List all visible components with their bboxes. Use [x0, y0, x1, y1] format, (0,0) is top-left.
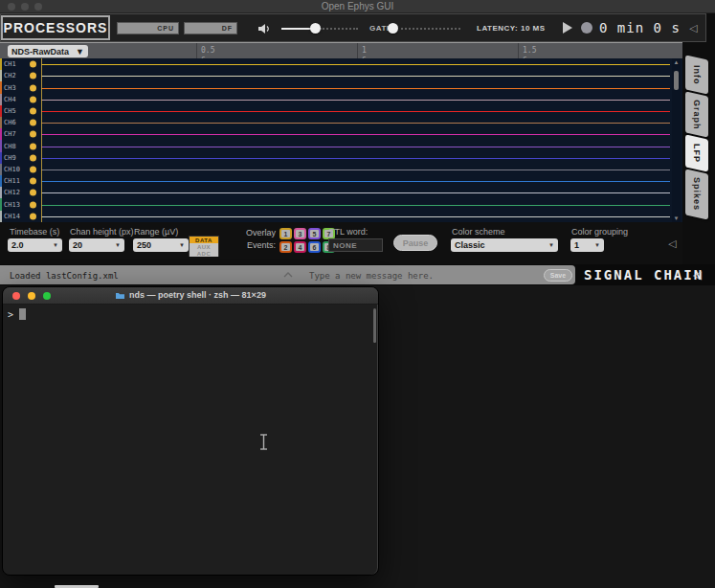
chan-height-value: 20	[73, 240, 82, 250]
playhead-line	[41, 58, 42, 222]
channel-color-strip	[0, 198, 2, 210]
gate-slider-knob[interactable]	[388, 23, 398, 34]
terminal-body[interactable]: >	[3, 305, 378, 575]
channel-scrollbar[interactable]: ▲ ▼	[672, 58, 681, 222]
disk-meter: DF	[184, 22, 237, 34]
channel-trace	[41, 76, 670, 77]
channel-enable-dot[interactable]	[30, 166, 36, 172]
chan-height-select[interactable]: 20 ▼	[69, 238, 124, 252]
channel-trace	[41, 123, 670, 124]
stream-type-buttons: DATAAUXADC	[189, 236, 219, 257]
record-button[interactable]	[581, 22, 592, 34]
play-button[interactable]	[563, 22, 572, 34]
channel-row: CH14	[0, 211, 682, 222]
tab-info[interactable]: Info	[685, 55, 708, 94]
overlay-label: Overlay	[228, 228, 276, 237]
timeline-tick: 0.5 s	[196, 43, 197, 59]
channel-color-strip	[0, 140, 2, 151]
range-value: 250	[137, 240, 151, 250]
chevron-down-icon: ▼	[594, 242, 600, 248]
channel-enable-dot[interactable]	[30, 73, 36, 79]
channel-row: CH11	[0, 175, 682, 187]
channel-enable-dot[interactable]	[30, 154, 36, 161]
collapse-options-icon[interactable]: ◁	[668, 237, 676, 250]
lfp-display[interactable]: CH1CH2CH3CH4CH5CH6CH7CH8CH9CH10CH11CH12C…	[0, 58, 682, 222]
color-grouping-select[interactable]: 1 ▼	[570, 238, 604, 252]
lfp-timeline: NDS-RawData ▼ 0.5 s1 s1.5 s	[0, 42, 682, 58]
channel-color-strip	[0, 58, 2, 70]
status-message: Loaded lastConfig.xml	[10, 271, 119, 281]
collapse-toolbar-icon[interactable]: ◁	[689, 22, 697, 34]
gate-slider-track[interactable]	[401, 28, 460, 30]
stream-type-button-data[interactable]: DATA	[190, 237, 218, 243]
channel-enable-dot[interactable]	[30, 107, 36, 114]
save-button-label: Save	[550, 272, 566, 279]
channel-enable-dot[interactable]	[30, 84, 36, 91]
channel-label: CH13	[4, 201, 20, 209]
event-overlay-button-6[interactable]: 6	[308, 241, 321, 253]
volume-slider-track-rest[interactable]	[320, 28, 358, 30]
save-button[interactable]: Save	[544, 269, 572, 282]
channel-trace	[41, 147, 670, 147]
tab-lfp[interactable]: LFP	[685, 134, 708, 171]
stream-type-button-adc[interactable]: ADC	[190, 250, 218, 257]
cpu-meter: CPU	[117, 22, 179, 34]
channel-enable-dot[interactable]	[30, 120, 36, 126]
terminal-window[interactable]: nds — poetry shell · zsh — 81×29 >	[2, 286, 379, 576]
channel-label: CH4	[4, 96, 16, 103]
event-overlay-button-2[interactable]: 2	[279, 241, 292, 253]
scroll-down-icon[interactable]: ▼	[672, 215, 681, 221]
scrollbar-thumb[interactable]	[674, 71, 679, 90]
channel-enable-dot[interactable]	[30, 190, 36, 196]
tab-spikes[interactable]: Spikes	[685, 169, 708, 219]
channel-color-strip	[0, 81, 2, 93]
terminal-titlebar[interactable]: nds — poetry shell · zsh — 81×29	[3, 287, 378, 305]
volume-slider-knob[interactable]	[310, 23, 321, 34]
ttl-word-display: NONE	[328, 238, 383, 252]
timebase-select[interactable]: 2.0 ▼	[8, 238, 62, 252]
scroll-up-icon[interactable]: ▲	[672, 59, 681, 65]
channel-enable-dot[interactable]	[30, 178, 36, 185]
channel-color-strip	[0, 94, 2, 105]
channel-color-strip	[0, 70, 2, 81]
channel-enable-dot[interactable]	[30, 131, 36, 138]
signal-chain-label: SIGNAL CHAIN	[584, 267, 704, 283]
stream-select[interactable]: NDS-RawData ▼	[8, 45, 88, 57]
stream-type-button-aux[interactable]: AUX	[190, 243, 218, 250]
ttl-word-value: NONE	[333, 241, 357, 250]
tab-label: Spikes	[692, 177, 702, 211]
tab-graph[interactable]: Graph	[685, 91, 708, 137]
channel-color-strip	[0, 128, 2, 140]
channel-enable-dot[interactable]	[30, 213, 36, 219]
channel-label: CH3	[4, 84, 16, 92]
caret-up-icon[interactable]	[283, 272, 293, 278]
viewer-tabs: InfoGraphLFPSpikes	[682, 44, 715, 236]
terminal-title-group: nds — poetry shell · zsh — 81×29	[3, 290, 378, 300]
channel-enable-dot[interactable]	[30, 201, 36, 208]
channel-row: CH1	[0, 58, 682, 70]
pause-button[interactable]: Pause	[393, 235, 437, 251]
message-bar: Loaded lastConfig.xml Type a new message…	[0, 265, 575, 284]
event-overlay-button-5[interactable]: 5	[308, 228, 321, 239]
channel-enable-dot[interactable]	[30, 61, 36, 68]
event-overlay-button-4[interactable]: 4	[294, 241, 306, 253]
event-overlay-button-1[interactable]: 1	[279, 228, 292, 239]
message-input[interactable]: Type a new message here.	[309, 271, 434, 281]
channel-label: CH10	[4, 166, 20, 173]
color-scheme-select[interactable]: Classic ▼	[451, 238, 558, 252]
range-select[interactable]: 250 ▼	[133, 238, 189, 252]
channel-color-strip	[0, 105, 2, 117]
channel-enable-dot[interactable]	[30, 143, 36, 149]
channel-label: CH7	[4, 130, 16, 138]
event-overlay-button-3[interactable]: 3	[294, 228, 306, 239]
collapse-signal-chain-icon[interactable]: ◁	[693, 268, 702, 282]
terminal-cursor	[19, 308, 26, 320]
channel-label: CH5	[4, 107, 16, 115]
channel-enable-dot[interactable]	[30, 96, 36, 102]
processors-tab[interactable]: PROCESSORS	[1, 15, 110, 40]
color-grouping-value: 1	[574, 240, 579, 250]
channel-row: CH9	[0, 152, 682, 164]
channel-label: CH14	[4, 213, 20, 220]
open-ephys-window: PROCESSORS CPU DF GATE: LATENCY: 10 MS 0…	[0, 13, 715, 285]
terminal-scrollbar-thumb[interactable]	[373, 308, 376, 343]
